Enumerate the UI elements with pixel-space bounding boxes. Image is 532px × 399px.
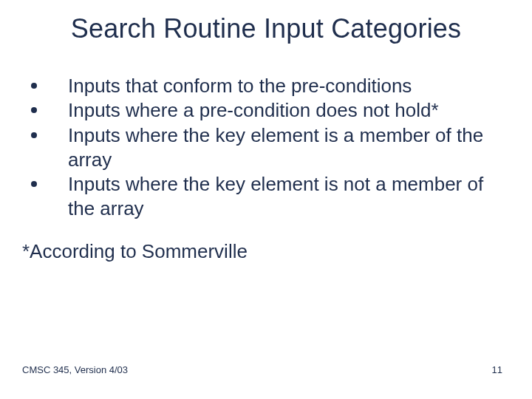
- slide-title: Search Routine Input Categories: [0, 13, 532, 44]
- bullet-text: Inputs where the key element is not a me…: [68, 173, 483, 219]
- bullet-icon: [31, 107, 37, 113]
- bullet-icon: [31, 132, 37, 138]
- bullet-text: Inputs that conform to the pre-condition…: [68, 75, 412, 97]
- list-item: Inputs where a pre-condition does not ho…: [22, 98, 510, 123]
- list-item: Inputs where the key element is not a me…: [22, 172, 510, 222]
- slide: Search Routine Input Categories Inputs t…: [0, 0, 532, 399]
- bullet-list: Inputs that conform to the pre-condition…: [22, 74, 510, 222]
- bullet-icon: [31, 181, 37, 187]
- footnote: *According to Sommerville: [22, 240, 510, 263]
- list-item: Inputs where the key element is a member…: [22, 123, 510, 173]
- list-item: Inputs that conform to the pre-condition…: [22, 74, 510, 98]
- footer-left: CMSC 345, Version 4/03: [22, 364, 128, 375]
- bullet-text: Inputs where a pre-condition does not ho…: [68, 99, 439, 121]
- slide-body: Inputs that conform to the pre-condition…: [22, 74, 510, 222]
- bullet-text: Inputs where the key element is a member…: [68, 124, 483, 171]
- bullet-icon: [31, 83, 37, 89]
- page-number: 11: [492, 364, 502, 375]
